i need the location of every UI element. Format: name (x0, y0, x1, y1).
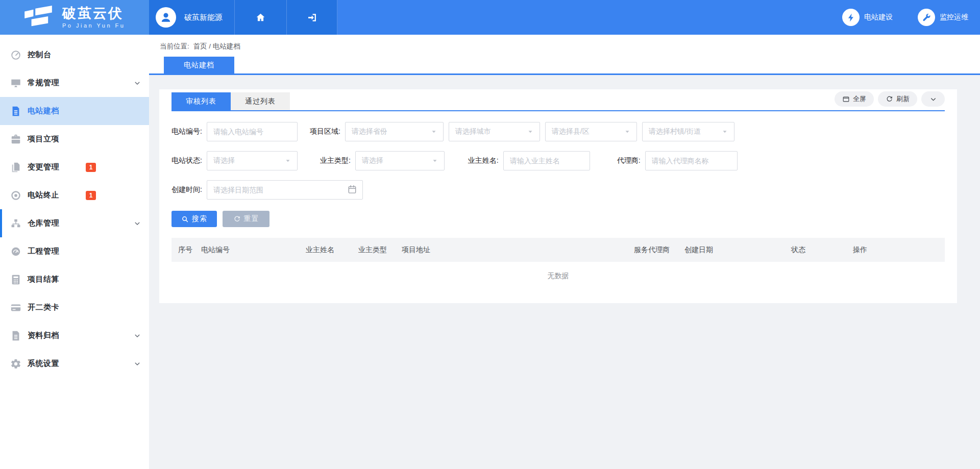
city-placeholder: 请选择城市 (455, 127, 491, 136)
refresh-label: 刷新 (896, 94, 910, 104)
nav-station-build[interactable]: 电站建设 (842, 9, 893, 26)
sidebar-item-label: 系统设置 (28, 359, 59, 368)
sidebar-item-label: 常规管理 (28, 78, 59, 88)
refresh-button[interactable]: 刷新 (878, 91, 917, 107)
fullscreen-icon (842, 95, 850, 103)
collapse-button[interactable] (921, 91, 945, 107)
sign-in-icon (307, 12, 317, 23)
search-label: 搜索 (192, 214, 207, 224)
archive-file-icon (10, 330, 21, 341)
breadcrumb-path: 首页 / 电站建档 (193, 42, 240, 50)
calculator-icon (10, 274, 21, 285)
nav-label: 监控运维 (940, 13, 968, 22)
user-account-button[interactable]: 破茧新能源 (149, 0, 235, 35)
form-buttons: 搜索 重置 (172, 211, 945, 227)
count-badge: 1 (86, 191, 96, 200)
sidebar-item-label: 控制台 (28, 50, 52, 60)
column-header: 序号 (172, 245, 194, 255)
sidebar-item-general-mgmt[interactable]: 常规管理 (0, 69, 149, 97)
owner-name-label: 业主姓名: (468, 156, 499, 165)
tab-review-list[interactable]: 审核列表 (172, 92, 231, 110)
search-form: 电站编号: 项目区域: 请选择省份 请选择城市 请选择县/区 (172, 111, 945, 227)
gauge-icon (10, 50, 21, 61)
search-button[interactable]: 搜索 (172, 211, 217, 227)
panel: 审核列表 通过列表 全屏 刷新 (159, 89, 957, 303)
station-status-select[interactable]: 请选择 (207, 151, 298, 170)
column-header: 业主类型 (352, 245, 395, 255)
chevron-down-icon (929, 95, 937, 103)
column-header: 服务代理商 (627, 245, 678, 255)
wrench-icon (918, 9, 935, 26)
calendar-icon (347, 184, 357, 194)
sidebar-item-project-settlement[interactable]: 项目结算 (0, 265, 149, 293)
logout-button[interactable] (287, 0, 337, 35)
column-header: 项目地址 (395, 245, 627, 255)
date-range-field (207, 180, 363, 200)
home-button[interactable] (235, 0, 287, 35)
sidebar-item-label: 电站建档 (28, 106, 59, 116)
station-no-input[interactable] (207, 122, 298, 141)
province-select[interactable]: 请选择省份 (345, 122, 444, 141)
sidebar-item-label: 资料归档 (28, 331, 59, 340)
create-time-label: 创建时间: (172, 185, 202, 194)
agent-input[interactable] (645, 151, 738, 170)
sidebar-item-station-termination[interactable]: 电站终止 1 (0, 181, 149, 209)
avatar (156, 7, 176, 28)
agent-label: 代理商: (617, 156, 641, 165)
owner-name-input[interactable] (503, 151, 590, 170)
document-icon (10, 106, 21, 117)
city-select[interactable]: 请选择城市 (449, 122, 540, 141)
chevron-down-icon (134, 332, 141, 339)
sidebar-item-project-approval[interactable]: 项目立项 (0, 125, 149, 153)
owner-type-select[interactable]: 请选择 (355, 151, 445, 170)
breadcrumb-bar: 当前位置: 首页 / 电站建档 电站建档 (149, 35, 980, 75)
sidebar-item-console[interactable]: 控制台 (0, 41, 149, 69)
fullscreen-button[interactable]: 全屏 (835, 91, 874, 107)
reset-label: 重置 (244, 214, 259, 224)
sidebar-item-label: 变更管理 (28, 162, 59, 172)
nav-label: 电站建设 (864, 13, 893, 22)
app-subtitle: Po Jian Yun Fu (62, 22, 125, 29)
table-header-row: 序号 电站编号 业主姓名 业主类型 项目地址 服务代理商 创建日期 状态 操作 (172, 238, 945, 262)
top-header: 破茧云伏 Po Jian Yun Fu 破茧新能源 (0, 0, 980, 35)
caret-down-icon (432, 158, 438, 164)
caret-down-icon (722, 129, 728, 135)
page-tab-station-filing[interactable]: 电站建档 (164, 57, 234, 73)
sidebar-item-station-filing[interactable]: 电站建档 (0, 97, 149, 125)
sidebar-item-engineering-mgmt[interactable]: 工程管理 (0, 237, 149, 265)
sidebar-item-open-card[interactable]: 开二类卡 (0, 293, 149, 322)
sidebar-item-warehouse-mgmt[interactable]: 仓库管理 (0, 209, 149, 237)
column-header: 电站编号 (194, 245, 299, 255)
sidebar-item-system-settings[interactable]: 系统设置 (0, 350, 149, 378)
chevron-down-icon (134, 80, 141, 87)
results-table: 序号 电站编号 业主姓名 业主类型 项目地址 服务代理商 创建日期 状态 操作 … (172, 238, 945, 290)
refresh-icon (886, 95, 893, 103)
column-header: 业主姓名 (299, 245, 352, 255)
town-select[interactable]: 请选择村镇/街道 (642, 122, 734, 141)
county-select[interactable]: 请选择县/区 (545, 122, 637, 141)
chevron-down-icon (134, 220, 141, 227)
user-icon (159, 11, 173, 24)
region-label: 项目区域: (310, 127, 340, 136)
caret-down-icon (624, 129, 630, 135)
date-range-input[interactable] (207, 180, 363, 200)
nav-monitor-ops[interactable]: 监控运维 (918, 9, 968, 26)
sidebar-item-archive[interactable]: 资料归档 (0, 322, 149, 350)
station-status-placeholder: 请选择 (213, 156, 235, 165)
caret-down-icon (431, 129, 437, 135)
sidebar-item-label: 工程管理 (28, 246, 59, 256)
form-row-3: 创建时间: (172, 180, 945, 200)
briefcase-icon (10, 134, 21, 145)
monitor-icon (10, 78, 21, 89)
sidebar: 控制台 常规管理 电站建档 项目立项 (0, 35, 149, 469)
app-logo: 破茧云伏 Po Jian Yun Fu (0, 0, 149, 35)
owner-type-placeholder: 请选择 (362, 156, 383, 165)
chevron-down-icon (134, 360, 141, 367)
fullscreen-label: 全屏 (853, 94, 866, 104)
sidebar-item-change-mgmt[interactable]: 变更管理 1 (0, 153, 149, 181)
home-icon (255, 12, 266, 23)
gear-icon (10, 358, 21, 369)
reset-button[interactable]: 重置 (223, 211, 270, 227)
tab-passed-list[interactable]: 通过列表 (231, 92, 290, 110)
form-row-2: 电站状态: 请选择 业主类型: 请选择 业主姓名: 代理商: (172, 151, 945, 170)
